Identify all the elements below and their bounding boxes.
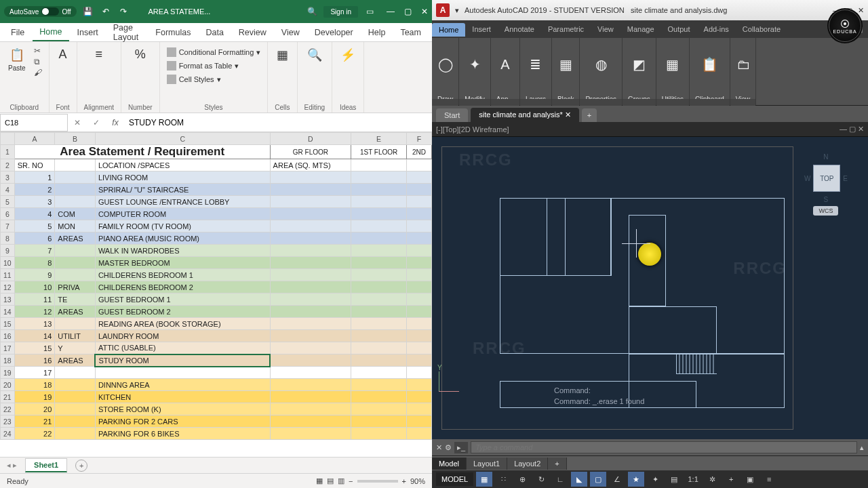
close-icon[interactable]: ✕ [858,6,864,15]
cell[interactable]: 19 [14,391,55,403]
save-icon[interactable]: 💾 [82,5,94,18]
cell[interactable]: 11 [14,293,55,306]
cell[interactable] [270,367,351,379]
cell[interactable] [55,428,96,440]
ribbon-tab-formulas[interactable]: Formulas [149,24,197,41]
cell[interactable] [407,184,432,196]
cell[interactable] [270,257,351,269]
cell[interactable] [407,232,432,245]
viewcube-east[interactable]: E [843,175,848,182]
customize-icon[interactable]: ≡ [761,472,777,487]
cell[interactable] [407,318,432,330]
copy-icon[interactable]: ⧉ [34,57,42,66]
col-header[interactable]: C [95,133,270,145]
cell[interactable] [351,220,407,232]
snap-icon[interactable]: ∷ [495,472,511,487]
transparency-icon[interactable]: ✦ [647,472,663,487]
cell[interactable]: AREAS [55,306,96,318]
cell[interactable] [270,342,351,354]
cell[interactable]: WALK IN WARDROBES [95,245,270,257]
file-tab[interactable]: site climate and analysis* ✕ [471,108,579,122]
col-header[interactable]: B [55,133,96,145]
add-layout-button[interactable]: + [548,458,566,470]
cell[interactable]: STUDY ROOM [95,354,270,367]
zoom-level[interactable]: 90% [410,477,425,485]
viewcube[interactable]: N W TOP E S WCS [804,153,848,216]
cell[interactable] [407,379,432,391]
view-normal-icon[interactable]: ▦ [316,476,323,485]
view-break-icon[interactable]: ▥ [338,476,344,485]
cell[interactable] [55,403,96,415]
fx-icon[interactable]: fx [106,118,125,127]
cell[interactable] [351,196,407,208]
add-sheet-button[interactable]: + [75,460,87,472]
ribbon-group-utilities[interactable]: ▦Utilities [656,38,690,105]
polar-icon[interactable]: ∟ [552,472,568,487]
menu-tab-annotate[interactable]: Annotate [498,22,541,36]
col-header[interactable] [1,133,15,145]
cell[interactable] [407,281,432,293]
cell[interactable]: Y [55,342,96,354]
row-header[interactable]: 1 [1,145,15,159]
cell[interactable]: 1 [14,171,55,184]
cell[interactable] [270,245,351,257]
viewport-label[interactable]: [-][Top][2D Wireframe] [436,125,509,134]
cell[interactable] [351,306,407,318]
cell[interactable]: AREAS [55,232,96,245]
cell[interactable]: 15 [14,342,55,354]
cell[interactable] [270,196,351,208]
cell[interactable]: UTILIT [55,330,96,342]
cell[interactable]: STORE ROOM (K) [95,403,270,415]
cancel-formula-icon[interactable]: ✕ [68,118,87,127]
name-box[interactable] [0,114,68,131]
cell[interactable] [270,318,351,330]
cell[interactable]: 17 [14,367,55,379]
cell[interactable]: 20 [14,403,55,415]
cell[interactable]: 6 [14,232,55,245]
cell[interactable]: GUEST LOUNGE /ENTRANCE LOBBY [95,196,270,208]
layout-tab-layout2[interactable]: Layout2 [507,458,548,470]
worksheet[interactable]: ABCDEF1Area Statement / RequirementGR FL… [0,132,432,457]
cell[interactable] [351,342,407,354]
cell[interactable] [55,171,96,184]
col-header[interactable]: D [270,133,351,145]
cell[interactable]: LIVING ROOM [95,171,270,184]
cell[interactable] [270,354,351,367]
cut-icon[interactable]: ✂ [34,46,42,56]
cell[interactable] [270,220,351,232]
ribbon-group-draw[interactable]: ◯Draw [432,38,459,105]
cell[interactable] [351,318,407,330]
ribbon-tab-view[interactable]: View [275,24,307,41]
cell[interactable]: 21 [14,415,55,428]
cell[interactable]: DINNNG AREA [95,379,270,391]
cell[interactable]: AREAS [55,354,96,367]
cmd-close-icon[interactable]: ✕ [436,443,442,452]
cell[interactable] [270,403,351,415]
cell[interactable] [55,367,96,379]
ribbon-group-layers[interactable]: ≣Layers [520,38,552,105]
autocad-logo-icon[interactable]: A [436,3,450,17]
cell[interactable]: KITCHEN [95,391,270,403]
menu-tab-manage[interactable]: Manage [620,22,661,36]
cell[interactable] [55,318,96,330]
cell[interactable] [407,208,432,220]
cell[interactable]: 7 [14,245,55,257]
format-as-table-button[interactable]: Format as Table ▾ [167,60,239,72]
ribbon-group-properties[interactable]: ◍Properties [580,38,623,105]
cmd-options-icon[interactable]: ⚙ [445,443,452,452]
undo-icon[interactable]: ↶ [100,5,112,18]
viewport-maximize-icon[interactable]: ▢ [849,125,856,133]
cell[interactable]: 3 [14,196,55,208]
iso-icon[interactable]: ◣ [571,472,587,487]
sheet-tab[interactable]: Sheet1 [25,458,67,472]
cell[interactable] [270,415,351,428]
layout-tab-model[interactable]: Model [432,458,467,470]
cmd-expand-icon[interactable]: ▴ [860,443,864,452]
cell[interactable]: PRIVA [55,281,96,293]
search-icon[interactable]: 🔍 [306,5,318,18]
minimize-icon[interactable]: — [387,7,395,16]
conditional-formatting-button[interactable]: Conditional Formatting ▾ [167,46,261,58]
cell[interactable]: 5 [14,220,55,232]
menu-tab-collaborate[interactable]: Collaborate [736,22,787,36]
viewport-close-icon[interactable]: ✕ [858,125,864,133]
